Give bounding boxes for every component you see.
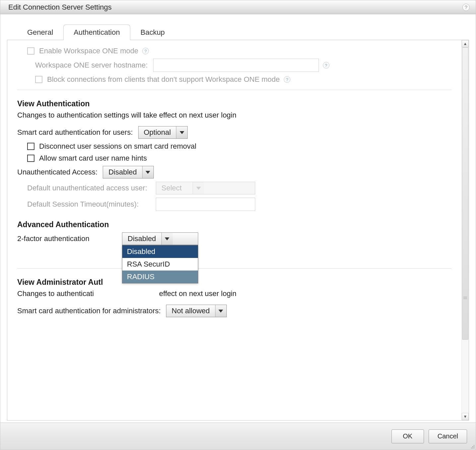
smartcard-admins-label: Smart card authentication for administra… [17,307,161,315]
two-factor-auth-dropdown: Disabled RSA SecurID RADIUS [122,245,198,283]
chevron-down-icon [215,305,226,317]
smartcard-users-select[interactable]: Optional [138,126,188,139]
authentication-panel: Enable Workspace ONE mode ? Workspace ON… [7,40,461,420]
unauthenticated-access-label: Unauthenticated Access: [17,168,97,176]
scroll-track[interactable] [462,47,469,413]
tab-general[interactable]: General [17,25,63,40]
scroll-up-arrow-icon[interactable]: ▲ [462,40,469,47]
checkbox-icon [35,76,42,83]
view-authentication-subtitle: Changes to authentication settings will … [17,111,451,120]
divider [17,268,451,269]
default-session-timeout-label: Default Session Timeout(minutes): [27,200,153,209]
two-factor-option-rsa-securid[interactable]: RSA SecurID [122,258,198,271]
help-icon[interactable]: ? [142,48,149,54]
checkbox-icon [27,143,34,150]
default-unauth-user-label: Default unauthenticated access user: [27,184,153,192]
two-factor-auth-value: Disabled [122,233,161,245]
vertical-scrollbar[interactable]: ▲ ▼ [461,40,469,420]
advanced-authentication-heading: Advanced Authentication [17,220,451,229]
admin-subtitle-right: effect on next user login [157,289,236,298]
divider [17,90,451,90]
view-administrator-auth-subtitle: Changes to authentication settings will … [17,289,451,298]
workspace-one-hostname-input [153,59,319,72]
chevron-down-icon [193,182,204,194]
content-area: General Authentication Backup Enable Wor… [0,14,476,423]
view-administrator-auth-heading-visible: View Administrator Autl [17,278,103,286]
two-factor-option-radius[interactable]: RADIUS [122,271,198,283]
view-authentication-heading: View Authentication [17,99,451,108]
default-unauth-user-value: Select [156,182,193,194]
admin-subtitle-left: Changes to authenticati [17,289,94,298]
enable-workspace-one-checkbox: Enable Workspace ONE mode [27,47,138,55]
tab-backup[interactable]: Backup [130,25,175,40]
chevron-down-icon [161,233,173,245]
disconnect-on-card-removal-checkbox[interactable]: Disconnect user sessions on smart card r… [27,142,196,151]
two-factor-option-disabled[interactable]: Disabled [122,245,198,258]
smartcard-users-label: Smart card authentication for users: [17,128,133,137]
unauthenticated-access-value: Disabled [103,166,142,178]
checkbox-icon [27,47,34,55]
panel-frame: Enable Workspace ONE mode ? Workspace ON… [7,40,469,421]
scroll-down-arrow-icon[interactable]: ▼ [462,413,469,420]
default-session-timeout-input [156,198,255,211]
two-factor-auth-label: 2-factor authentication [17,234,117,243]
cancel-button[interactable]: Cancel [429,429,467,443]
resize-grip-icon[interactable] [470,444,475,449]
help-icon[interactable]: ? [462,4,470,11]
edit-connection-server-settings-dialog: Edit Connection Server Settings ? Genera… [0,0,476,450]
smartcard-admins-select[interactable]: Not allowed [166,305,227,317]
workspace-one-hostname-label: Workspace ONE server hostname: [35,61,148,70]
scroll-grip-icon [462,296,468,300]
dialog-footer: OK Cancel [0,423,476,450]
ok-button[interactable]: OK [391,429,424,443]
block-unsupported-clients-checkbox: Block connections from clients that don'… [35,75,280,84]
window-title: Edit Connection Server Settings [8,3,112,12]
two-factor-auth-select[interactable]: Disabled [122,232,198,245]
default-unauth-user-select: Select [156,182,255,194]
workspace-one-section: Enable Workspace ONE mode ? Workspace ON… [17,47,451,84]
block-unsupported-clients-label: Block connections from clients that don'… [47,75,280,84]
enable-workspace-one-label: Enable Workspace ONE mode [39,47,138,55]
help-icon[interactable]: ? [284,76,290,83]
checkbox-icon [27,155,34,162]
smartcard-username-hints-label: Allow smart card user name hints [39,154,147,163]
chevron-down-icon [176,126,187,138]
view-administrator-auth-heading: View Administrator Autl [17,278,451,287]
smartcard-admins-value: Not allowed [166,305,215,317]
help-icon[interactable]: ? [323,62,329,69]
disconnect-on-card-removal-label: Disconnect user sessions on smart card r… [39,142,196,151]
tab-authentication[interactable]: Authentication [63,25,130,40]
tab-strip: General Authentication Backup [0,14,476,40]
chevron-down-icon [142,166,153,178]
two-factor-auth-area: Disabled Disabled RSA SecurID RADIUS [122,232,198,245]
unauthenticated-access-details: Default unauthenticated access user: Sel… [17,182,451,211]
unauthenticated-access-select[interactable]: Disabled [103,166,154,178]
titlebar: Edit Connection Server Settings ? [0,0,476,14]
smartcard-username-hints-checkbox[interactable]: Allow smart card user name hints [27,154,147,163]
smartcard-users-value: Optional [139,126,176,138]
